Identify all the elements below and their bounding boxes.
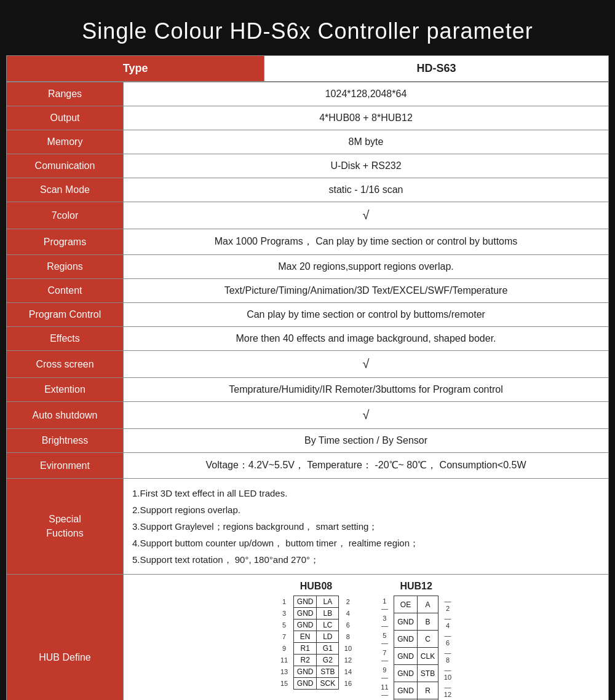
header-row: Type HD-S63	[7, 56, 609, 82]
scanmode-row: Scan Mode static - 1/16 scan	[7, 178, 609, 202]
extention-label: Extention	[7, 378, 124, 402]
special-line-1: 1.First 3D text effect in all LED trades…	[132, 485, 600, 501]
program-control-value: Can play by time section or control by b…	[124, 303, 609, 327]
program-control-label: Program Control	[7, 303, 124, 327]
hub08-row-2: 3 GND LB 4	[275, 608, 357, 619]
comunication-value: U-Disk + RS232	[124, 154, 609, 178]
hub08-row-8: 15 GND SCK 16	[275, 678, 357, 690]
effects-value: More then 40 effects and image backgroun…	[124, 327, 609, 351]
memory-row: Memory 8M byte	[7, 130, 609, 154]
hub08-row-1: 1 GND LA 2	[275, 596, 357, 608]
special-line-2: 2.Support regions overlap.	[132, 501, 600, 518]
content-row: Content Text/Picture/Timing/Animation/3D…	[7, 279, 609, 303]
hub08-row-4: 7 EN LD 8	[275, 631, 357, 643]
special-line-3: 3.Support Graylevel；regions background， …	[132, 518, 600, 535]
hub12-row-3: 5 — GND C — 6	[376, 631, 457, 648]
type-label: Type	[7, 56, 264, 82]
hub08-table: 1 GND LA 2 3 GND LB 4	[275, 596, 357, 690]
hub-value: HUB08 1 GND LA 2 3 GND LB	[124, 575, 609, 701]
special-value: 1.First 3D text effect in all LED trades…	[124, 479, 609, 575]
comunication-label: Comunication	[7, 154, 124, 178]
autoshutdown-value: √	[124, 402, 609, 429]
brightness-value: By Time section / By Sensor	[124, 429, 609, 453]
comunication-row: Comunication U-Disk + RS232	[7, 154, 609, 178]
crossscreen-value: √	[124, 351, 609, 378]
brightness-label: Brightness	[7, 429, 124, 453]
color-label: 7color	[7, 202, 124, 229]
hub12-row-6: 11— GND R — 12	[376, 682, 457, 699]
hub-label: HUB Define	[7, 575, 124, 701]
color-value: √	[124, 202, 609, 229]
content-label: Content	[7, 279, 124, 303]
hub-container: HUB08 1 GND LA 2 3 GND LB	[130, 581, 602, 700]
memory-label: Memory	[7, 130, 124, 154]
program-control-row: Program Control Can play by time section…	[7, 303, 609, 327]
data-table: Ranges 1024*128,2048*64 Output 4*HUB08 +…	[6, 82, 609, 700]
output-label: Output	[7, 106, 124, 130]
type-value: HD-S63	[264, 56, 609, 82]
autoshutdown-row: Auto shutdown √	[7, 402, 609, 429]
main-container: Single Colour HD-S6x Controller paramete…	[6, 6, 609, 700]
hub12-title: HUB12	[376, 581, 457, 592]
effects-row: Effects More then 40 effects and image b…	[7, 327, 609, 351]
scanmode-label: Scan Mode	[7, 178, 124, 202]
crossscreen-label: Cross screen	[7, 351, 124, 378]
programs-value: Max 1000 Programs， Can play by time sect…	[124, 229, 609, 255]
programs-row: Programs Max 1000 Programs， Can play by …	[7, 229, 609, 255]
hub08-title: HUB08	[275, 581, 357, 592]
evironment-label: Evironment	[7, 453, 124, 479]
hub08-row-3: 5 GND LC 6	[275, 619, 357, 631]
extention-value: Temprature/Humidity/IR Remoter/3buttoms …	[124, 378, 609, 402]
hub12-table: 1 — OE A — 2 3 — GND B — 4	[376, 596, 457, 700]
crossscreen-row: Cross screen √	[7, 351, 609, 378]
scanmode-value: static - 1/16 scan	[124, 178, 609, 202]
programs-label: Programs	[7, 229, 124, 255]
output-value: 4*HUB08 + 8*HUB12	[124, 106, 609, 130]
hub08-row-5: 9 R1 G1 10	[275, 643, 357, 655]
effects-label: Effects	[7, 327, 124, 351]
hub08-row-6: 11 R2 G2 12	[275, 655, 357, 666]
extention-row: Extention Temprature/Humidity/IR Remoter…	[7, 378, 609, 402]
hub12-row-5: 9 — GND STB — 10	[376, 665, 457, 682]
ranges-row: Ranges 1024*128,2048*64	[7, 82, 609, 106]
output-row: Output 4*HUB08 + 8*HUB12	[7, 106, 609, 130]
hub-row: HUB Define HUB08 1 GND LA 2	[7, 575, 609, 701]
regions-value: Max 20 regions,support regions overlap.	[124, 255, 609, 279]
hub12-section: HUB12 1 — OE A — 2 3 — GND B	[376, 581, 457, 700]
special-line-5: 5.Support text rotation， 90°, 180°and 27…	[132, 551, 600, 568]
ranges-label: Ranges	[7, 82, 124, 106]
evironment-row: Evironment Voltage：4.2V~5.5V， Temperatur…	[7, 453, 609, 479]
content-value: Text/Picture/Timing/Animation/3D Text/EX…	[124, 279, 609, 303]
autoshutdown-label: Auto shutdown	[7, 402, 124, 429]
special-label: SpecialFuctions	[7, 479, 124, 575]
ranges-value: 1024*128,2048*64	[124, 82, 609, 106]
spec-table: Type HD-S63	[6, 55, 609, 82]
hub08-section: HUB08 1 GND LA 2 3 GND LB	[275, 581, 357, 690]
color-row: 7color √	[7, 202, 609, 229]
hub12-row-4: 7 — GND CLK — 8	[376, 648, 457, 665]
regions-row: Regions Max 20 regions,support regions o…	[7, 255, 609, 279]
memory-value: 8M byte	[124, 130, 609, 154]
regions-label: Regions	[7, 255, 124, 279]
page-title: Single Colour HD-S6x Controller paramete…	[6, 6, 609, 55]
brightness-row: Brightness By Time section / By Sensor	[7, 429, 609, 453]
special-row: SpecialFuctions 1.First 3D text effect i…	[7, 479, 609, 575]
hub12-row-1: 1 — OE A — 2	[376, 596, 457, 613]
evironment-value: Voltage：4.2V~5.5V， Temperature： -20℃~ 80…	[124, 453, 609, 479]
hub12-row-2: 3 — GND B — 4	[376, 613, 457, 631]
hub08-row-7: 13 GND STB 14	[275, 666, 357, 678]
special-line-4: 4.Support buttom counter up/down， buttom…	[132, 535, 600, 551]
